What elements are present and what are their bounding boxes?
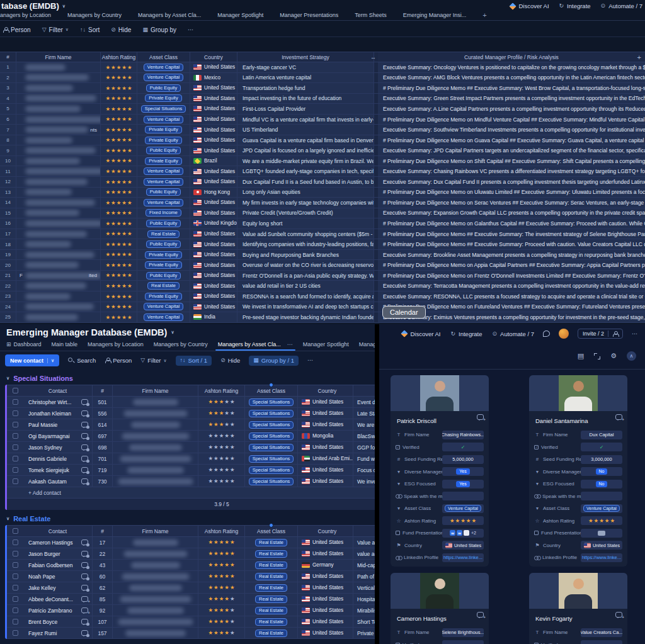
view-tab[interactable]: Emerging Manager Insi... [403,12,467,18]
checkbox[interactable] [13,467,18,473]
table-row[interactable]: 22★★★★★Real EstateUnited Statesvalue add… [0,281,645,291]
table-row[interactable]: 6★★★★★Venture CapitalUnited StatesMindfu… [0,115,645,125]
table-row[interactable]: 4★★★★★Private EquityUnited StatesImpact … [0,94,645,105]
person-button[interactable]: Person [105,357,132,364]
gallery-card[interactable]: Kevin FogartyTFirm NameValue Creators Ca… [529,573,627,644]
chat-add-icon[interactable] [477,414,484,420]
invite-button[interactable]: Invite / 2 [578,329,623,339]
card-field-row[interactable]: TFirm NameDux Capital [534,431,622,439]
card-field-row[interactable]: Speak with the mana... [534,492,622,500]
column-header[interactable]: Firm Name [16,52,101,62]
chat-count-icon[interactable] [81,422,88,427]
view-tab[interactable]: anagers by Location [0,12,51,18]
card-field-row[interactable]: ✓Verified [396,641,484,644]
checkbox[interactable] [13,562,18,568]
table-row[interactable]: Dennis Gabriele701★★★★★Special Situation… [7,453,375,465]
checkbox[interactable] [13,585,18,590]
table-row[interactable]: Jason Burger22★★★★★Real EstateUnited Sta… [7,548,375,560]
card-field-row[interactable]: ☆Ashton Rating★★★★★ [396,517,484,525]
table-row[interactable]: Jake Kelley62★★★★★Real EstateUnited Stat… [7,582,375,594]
table-row[interactable]: Abbee deConant...85★★★★★Real EstateUnite… [7,594,375,605]
chat-count-icon[interactable] [81,410,88,416]
calendar-tooltip[interactable]: Calendar [382,306,426,319]
avatar[interactable] [559,329,569,339]
card-field-row[interactable]: ▾Diverse ManagerNo [534,468,622,476]
gallery-card[interactable]: Daniel SantamarinaTFirm NameDux Capital✓… [529,375,627,567]
chat-count-icon[interactable] [81,444,88,450]
expand-icon[interactable] [594,353,600,359]
chat-count-icon[interactable] [81,456,88,461]
integrate-button[interactable]: ↻Integrate [559,3,591,9]
table-row[interactable]: 13★★★★★Public EquityHong KongLong only A… [0,188,645,198]
view-tab-managers-by-country[interactable]: Managers by Country [154,341,208,351]
view-tab-dashboard[interactable]: ⊞Dashboard [6,341,42,351]
table-row[interactable]: 2★★★★★Venture CapitalMexicoLatin America… [0,73,645,84]
discover-ai-button[interactable]: Discover AI [510,3,549,9]
discover-ai-button[interactable]: Discover AI [402,330,440,337]
chat-add-icon[interactable] [615,414,622,420]
group-header[interactable]: ∨Special Situations [0,370,375,385]
view-tab-managers-by-asset-cla-[interactable]: Managers by Asset Cla...⋯ [218,341,293,351]
checkbox[interactable] [13,388,18,393]
checkbox[interactable] [13,573,18,579]
chat-add-icon[interactable] [81,607,88,613]
column-header[interactable]: Country [190,52,237,62]
card-field-row[interactable]: ▾ESG FocusedYes [396,480,484,488]
add-view-tab[interactable]: + [482,11,486,19]
gallery-card[interactable]: Cameron HastingsTFirm NameSelene Brighth… [391,573,489,644]
checkbox[interactable] [13,630,18,636]
filter-button[interactable]: ▽Filter∨ [42,26,69,33]
table-row[interactable]: 3★★★★★Public EquityUnited StatesTranspor… [0,83,645,94]
card-field-row[interactable]: TFirm NameValue Creators Ca... [534,628,622,636]
card-field-row[interactable]: ⚑CountryUnited States [396,541,484,550]
chat-count-icon[interactable] [81,562,88,568]
gallery-card[interactable]: Patrick DriscollTFirm NameChasing Rainbo… [391,375,489,567]
card-field-row[interactable]: LinkedIn Profilehttps://www.linke... [396,553,484,562]
chat-add-icon[interactable] [477,612,484,618]
table-row[interactable]: 10★★★★★Private EquityBrazilWe are a midd… [0,156,645,167]
column-header[interactable]: # [0,52,16,62]
card-field-row[interactable]: ✓Verified✓ [396,443,484,451]
column-header[interactable]: # [93,526,113,536]
workspace-title[interactable]: Emerging Manager Database (EMDB) ∨ [6,327,368,337]
gear-icon[interactable]: ⚙ [610,352,617,360]
card-field-row[interactable]: Fund Presentationww+2 [396,529,484,537]
add-column-icon[interactable]: + [637,54,641,61]
column-header[interactable]: Contact [23,526,93,536]
column-header[interactable]: Ashton Rating [101,52,137,62]
group-header[interactable]: ∨Real Estate [0,510,375,525]
column-header[interactable]: Asset Class [137,52,190,62]
person-button[interactable]: Person [3,26,31,33]
table-row[interactable]: Brent Boyce107★★★★★Real EstateUnited Sta… [7,616,375,628]
card-field-row[interactable]: ▾Asset ClassVenture Capital [396,504,484,512]
table-row[interactable]: Fayez Rumi157★★★★★Real EstateUnited Stat… [7,628,375,639]
table-row[interactable]: 24★★★★★Venture CapitalUnited StatesWe in… [0,302,645,313]
column-header[interactable]: # [93,385,113,396]
checkbox[interactable] [13,456,18,461]
table-row[interactable]: 12★★★★★Venture CapitalUnited StatesDux C… [0,177,645,188]
view-tab[interactable]: Manager Spotlight [217,12,263,18]
table-row[interactable]: Aakash Gautam730★★★★★Special SituationsU… [7,476,375,487]
column-header[interactable]: Firm Name [113,385,198,396]
view-tab[interactable]: Managers by Asset Cla... [138,12,201,18]
table-row[interactable]: Jason Sydney698★★★★★Special SituationsUn… [7,442,375,453]
table-row[interactable]: 21Fited★★★★★Public EquityUnited StatesFr… [0,271,645,281]
card-field-row[interactable]: LinkedIn Profilehttps://www.linke... [534,553,622,562]
new-contact-button[interactable]: New contact ∨ [5,354,59,366]
checkbox[interactable] [13,607,18,613]
table-row[interactable]: 16★★★★★Public EquityUnited KingdomEquity… [0,218,645,229]
column-header[interactable]: Investment Strategy [237,52,374,62]
card-field-row[interactable]: ✓Verified✓ [534,443,622,451]
view-tab-managers-by-location[interactable]: Managers by Location [88,341,144,351]
chat-add-icon[interactable] [81,596,88,602]
card-field-row[interactable]: ✓Verified [534,641,622,644]
group-by-button[interactable]: ▦Group by [142,26,176,33]
table-row[interactable]: Paul Massie614★★★★★Special SituationsUni… [7,419,375,431]
card-field-row[interactable]: #Seed Funding Reque...5,000,000 [396,455,484,463]
checkbox[interactable] [13,551,18,556]
view-tab-manager-presentations[interactable]: Manager Presentations [359,341,375,351]
card-field-row[interactable]: #Seed Funding Reque...3,000,000 [534,455,622,463]
checkbox[interactable] [13,444,18,450]
column-header[interactable]: Curated Manager Profile / Risk Analysis [378,52,645,62]
filter-button[interactable]: ▽Filter∨ [140,357,166,364]
